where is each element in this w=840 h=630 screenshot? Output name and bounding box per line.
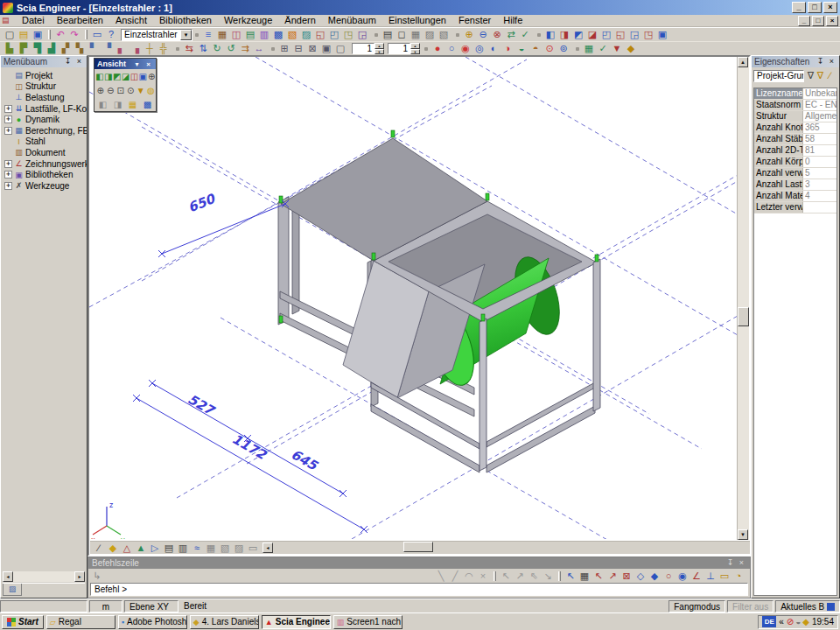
spin-down-icon[interactable]: ▾ bbox=[374, 49, 384, 55]
expand-icon[interactable]: + bbox=[4, 182, 12, 190]
property-row[interactable]: Anzahl Körper: 0 bbox=[754, 157, 836, 168]
menubaum-tab[interactable]: ▨ bbox=[3, 584, 22, 596]
snap-box-icon[interactable]: ⊠ bbox=[620, 570, 634, 583]
chevron-down-icon[interactable]: ▾ bbox=[132, 60, 142, 69]
catalog-icon[interactable]: ▥ bbox=[257, 28, 271, 41]
tree-item[interactable]: + ✗ Werkzeuge bbox=[4, 180, 87, 192]
status-plane[interactable]: Ebene XY bbox=[124, 600, 178, 612]
profiles-icon[interactable]: ◫ bbox=[229, 28, 243, 41]
tree-item[interactable]: + I Stahl bbox=[4, 136, 87, 148]
undo-icon[interactable]: ↶ bbox=[53, 28, 67, 41]
help-icon[interactable]: ? bbox=[104, 28, 118, 41]
taskbar-task[interactable]: ◆ 4. Lars Danielsson ... bbox=[190, 615, 259, 629]
stretch-icon[interactable]: ↔ bbox=[252, 42, 266, 55]
loadcase-spinner[interactable]: 1 ▴▾ bbox=[388, 43, 420, 54]
expand-icon[interactable]: + bbox=[4, 105, 12, 113]
node-icon[interactable]: ▘ bbox=[87, 42, 101, 55]
zoom-in-icon[interactable]: ⊕ bbox=[95, 83, 106, 97]
menu-item[interactable]: Menübaum bbox=[322, 15, 382, 26]
close-button[interactable]: × bbox=[823, 2, 837, 13]
close-icon[interactable]: × bbox=[737, 558, 746, 568]
sheet-icon[interactable]: ▢ bbox=[333, 42, 347, 55]
mesh-icon[interactable]: ▦ bbox=[582, 42, 596, 55]
snap-perp-icon[interactable]: ⊥ bbox=[704, 570, 718, 583]
tree-item[interactable]: + ⊥ Belastung bbox=[4, 92, 87, 103]
property-row[interactable]: Anzahl verwen... 5 bbox=[754, 168, 836, 179]
select-icon[interactable]: ⊗ bbox=[490, 28, 504, 41]
minimize-button[interactable]: _ bbox=[792, 2, 806, 13]
mdi-restore-button[interactable]: □ bbox=[812, 16, 824, 26]
next-view-icon[interactable]: ◨ bbox=[110, 97, 125, 111]
groups-icon[interactable]: ▨ bbox=[299, 28, 313, 41]
sheet-icon[interactable]: ▣ bbox=[319, 42, 333, 55]
menu-item[interactable]: Hilfe bbox=[497, 15, 528, 26]
redo-icon[interactable]: ↷ bbox=[67, 28, 81, 41]
tray-block-icon[interactable]: ⊘ bbox=[787, 617, 794, 626]
check-icon[interactable]: ✓ bbox=[596, 42, 610, 55]
rotate-ccw-icon[interactable]: ↺ bbox=[224, 42, 238, 55]
info-icon[interactable]: ◲ bbox=[355, 28, 369, 41]
scroll-down-icon[interactable]: ▼ bbox=[738, 529, 748, 540]
swap-icon[interactable]: ⇄ bbox=[504, 28, 518, 41]
snap-point-icon[interactable]: ◆ bbox=[648, 570, 662, 583]
collapse-left-icon[interactable]: ◂ bbox=[262, 542, 273, 553]
view-icon[interactable]: ◰ bbox=[599, 28, 613, 41]
layers-icon[interactable]: ≡ bbox=[201, 28, 215, 41]
angle-icon[interactable]: △ bbox=[120, 542, 134, 555]
grid-icon[interactable]: ▦ bbox=[204, 542, 218, 555]
display-icon[interactable]: ● bbox=[430, 42, 444, 55]
close-icon[interactable]: × bbox=[827, 57, 836, 66]
draw-icon[interactable]: ∕ bbox=[92, 542, 106, 555]
light-icon[interactable]: ◍ bbox=[146, 83, 157, 97]
notes-icon[interactable]: ◳ bbox=[341, 28, 355, 41]
menu-item[interactable]: Datei bbox=[16, 15, 51, 26]
view-rotate-icon[interactable]: ◫ bbox=[130, 69, 138, 83]
images-icon[interactable]: ◱ bbox=[313, 28, 327, 41]
sheet-icon[interactable]: ⊠ bbox=[305, 42, 319, 55]
tree-item[interactable]: + ▣ Bibliotheken bbox=[4, 169, 87, 180]
property-row[interactable]: Letzter verwen... bbox=[754, 202, 836, 214]
view-yz-icon[interactable]: ◩ bbox=[113, 69, 122, 83]
snap-arc-icon[interactable]: ◠ bbox=[462, 570, 476, 583]
zoom-in-icon[interactable]: ⊕ bbox=[462, 28, 476, 41]
rotate-icon[interactable]: ↻ bbox=[210, 42, 224, 55]
menu-item[interactable]: Ansicht bbox=[109, 15, 153, 26]
calc-icon[interactable]: ◆ bbox=[624, 42, 638, 55]
menubaum-hscrollbar[interactable]: ◂ ▸ bbox=[3, 571, 85, 582]
gallery-icon[interactable]: ▦ bbox=[409, 28, 423, 41]
export-icon[interactable]: ▧ bbox=[437, 28, 451, 41]
zoom-out-icon[interactable]: ⊖ bbox=[106, 83, 116, 97]
property-row[interactable]: Struktur Allgemein X... bbox=[754, 111, 836, 122]
property-row[interactable]: Anzahl Stäbe: 58 bbox=[754, 134, 836, 145]
ansicht-title-bar[interactable]: Ansicht ▾ × bbox=[94, 59, 156, 69]
display-icon[interactable]: ◐ bbox=[486, 42, 500, 55]
display-icon[interactable]: ○ bbox=[444, 42, 458, 55]
display-icon[interactable]: ◒ bbox=[514, 42, 528, 55]
command-input[interactable]: Befehl > bbox=[90, 583, 748, 596]
display-icon[interactable]: ⊚ bbox=[556, 42, 570, 55]
start-button[interactable]: Start bbox=[2, 615, 44, 629]
pin-icon[interactable]: ↧ bbox=[816, 57, 825, 66]
layer-icon[interactable]: ▤ bbox=[162, 542, 176, 555]
close-icon[interactable]: × bbox=[74, 57, 84, 66]
dim-icon[interactable]: ▭ bbox=[246, 542, 260, 555]
window-icon[interactable]: ▭ bbox=[90, 28, 104, 41]
drawing-vscrollbar[interactable]: ▲ ▼ bbox=[737, 57, 749, 540]
scroll-left-icon[interactable]: ◂ bbox=[3, 571, 13, 582]
tree-item[interactable]: + ◫ Struktur bbox=[4, 81, 87, 93]
open-icon[interactable]: ▤ bbox=[17, 28, 31, 41]
cross-icon[interactable]: ┼ bbox=[143, 42, 157, 55]
paint-icon[interactable]: ▼ bbox=[136, 83, 146, 97]
shade-icon[interactable]: ▨ bbox=[232, 542, 246, 555]
language-indicator[interactable]: DE bbox=[762, 616, 776, 627]
status-unit[interactable]: m bbox=[89, 600, 122, 612]
render-icon[interactable]: ▦ bbox=[125, 97, 140, 111]
tree-item[interactable]: + ∠ Zeichnungswerkzeuge bbox=[4, 158, 87, 170]
sheet-icon[interactable]: ⊞ bbox=[277, 42, 291, 55]
scroll-up-icon[interactable]: ▲ bbox=[738, 57, 748, 67]
expand-icon[interactable]: + bbox=[4, 116, 12, 123]
wave-icon[interactable]: ≈ bbox=[190, 542, 204, 555]
beam-icon[interactable]: ▙ bbox=[3, 42, 17, 55]
save-icon[interactable]: ▣ bbox=[31, 28, 45, 41]
sections-icon[interactable]: ▤ bbox=[243, 28, 257, 41]
